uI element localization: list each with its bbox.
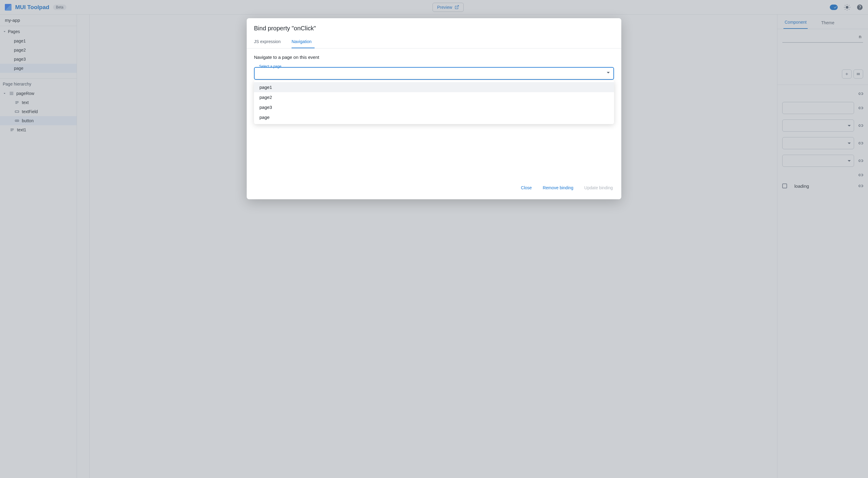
remove-binding-button[interactable]: Remove binding — [541, 183, 575, 192]
dialog-description: Navigate to a page on this event — [254, 55, 614, 60]
bind-property-dialog: Bind property "onClick" JS expression Na… — [247, 18, 621, 199]
select-page-dropdown: page1 page2 page3 page — [254, 80, 614, 124]
dialog-tab-navigation[interactable]: Navigation — [291, 36, 315, 48]
modal-overlay[interactable]: Bind property "onClick" JS expression Na… — [0, 0, 868, 478]
select-page-input[interactable] — [254, 67, 614, 80]
chevron-down-icon — [607, 72, 610, 75]
dropdown-option-page3[interactable]: page3 — [254, 102, 614, 112]
dialog-tab-js[interactable]: JS expression — [254, 36, 284, 48]
dropdown-option-page[interactable]: page — [254, 112, 614, 122]
dialog-title: Bind property "onClick" — [247, 18, 621, 36]
dropdown-option-page2[interactable]: page2 — [254, 92, 614, 102]
update-binding-button[interactable]: Update binding — [583, 183, 614, 192]
close-button[interactable]: Close — [520, 183, 533, 192]
dropdown-option-page1[interactable]: page1 — [254, 82, 614, 92]
